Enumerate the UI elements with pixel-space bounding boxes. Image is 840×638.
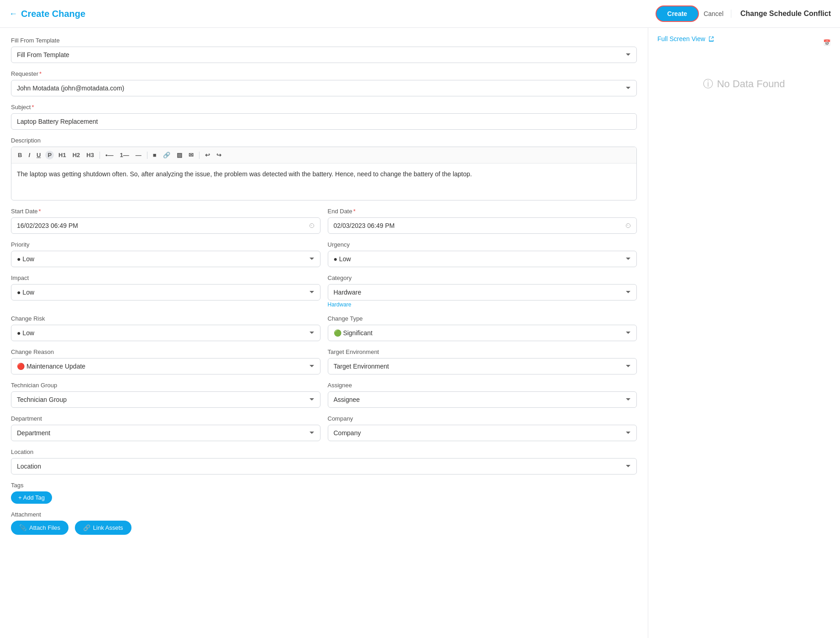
h1-button[interactable]: H1 (57, 151, 68, 159)
header-actions: Create Cancel (656, 5, 724, 22)
requester-select[interactable]: John Motadata (john@motadata.com) (11, 80, 637, 96)
link-icon: 🔗 (83, 524, 90, 531)
subject-input[interactable] (11, 113, 637, 130)
tags-section: Tags + Add Tag (11, 482, 637, 504)
description-content[interactable]: The laptop was getting shutdown often. S… (11, 163, 636, 200)
ordered-list-button[interactable]: 1— (118, 151, 131, 159)
subject-group: Subject* (11, 104, 637, 130)
priority-urgency-row: Priority ● Low Urgency ● Low (11, 241, 637, 274)
video-button[interactable]: ✉ (187, 151, 195, 159)
end-date-label: End Date* (328, 208, 637, 215)
page-wrapper: ← Create Change Create Cancel Change Sch… (0, 0, 840, 638)
redo-button[interactable]: ↪ (215, 151, 223, 159)
subject-label: Subject* (11, 104, 637, 111)
attach-files-button[interactable]: 📎 Attach Files (11, 521, 68, 535)
add-tag-button[interactable]: + Add Tag (11, 491, 52, 504)
bullet-list-button[interactable]: •— (104, 151, 116, 159)
no-data-area: ⓘ No Data Found (657, 50, 831, 118)
category-group: Category Hardware Hardware (328, 274, 637, 308)
change-reason-select[interactable]: 🔴 Maintenance Update (11, 358, 320, 374)
editor-toolbar: B I U P H1 H2 H3 •— 1— — ■ 🔗 (11, 147, 636, 163)
urgency-select[interactable]: ● Low (328, 251, 637, 267)
change-risk-group: Change Risk ● Low (11, 315, 320, 341)
external-link-icon (708, 36, 714, 42)
end-date-clock-icon: ⏲ (625, 222, 631, 229)
start-date-clock-icon: ⏲ (309, 222, 315, 229)
urgency-group: Urgency ● Low (328, 241, 637, 267)
change-reason-label: Change Reason (11, 348, 320, 355)
category-label: Category (328, 274, 637, 281)
link-button[interactable]: 🔗 (161, 151, 172, 159)
department-select[interactable]: Department (11, 425, 320, 441)
image-button[interactable]: ▨ (175, 151, 184, 159)
assignee-group: Assignee Assignee (328, 382, 637, 408)
back-arrow[interactable]: ← (9, 9, 17, 19)
main-content: Fill From Template Fill From Template Re… (0, 28, 840, 638)
attachment-label: Attachment (11, 511, 637, 518)
attachment-buttons: 📎 Attach Files 🔗 Link Assets (11, 521, 637, 538)
priority-label: Priority (11, 241, 320, 248)
risk-type-row: Change Risk ● Low Change Type 🟢 Signific… (11, 315, 637, 348)
calendar-icon-button[interactable]: 📅 (823, 39, 831, 46)
start-date-wrapper: ⏲ (11, 217, 320, 234)
end-date-input[interactable] (328, 217, 637, 234)
right-panel: Full Screen View 📅 ⓘ No Data Found (648, 28, 840, 638)
assignee-select[interactable]: Assignee (328, 391, 637, 408)
page-title: Create Change (21, 9, 85, 19)
attachment-section: Attachment 📎 Attach Files 🔗 Link Assets (11, 511, 637, 538)
end-date-wrapper: ⏲ (328, 217, 637, 234)
start-date-input[interactable] (11, 217, 320, 234)
conflict-title: Change Schedule Conflict (731, 10, 831, 18)
priority-select[interactable]: ● Low (11, 251, 320, 267)
reason-env-row: Change Reason 🔴 Maintenance Update Targe… (11, 348, 637, 382)
header: ← Create Change Create Cancel Change Sch… (0, 0, 840, 28)
cancel-button[interactable]: Cancel (704, 10, 724, 17)
tech-assignee-row: Technician Group Technician Group Assign… (11, 382, 637, 415)
change-risk-select[interactable]: ● Low (11, 325, 320, 341)
date-row: Start Date* ⏲ End Date* ⏲ (11, 208, 637, 241)
target-env-group: Target Environment Target Environment (328, 348, 637, 374)
h2-button[interactable]: H2 (71, 151, 82, 159)
category-hint: Hardware (328, 301, 637, 308)
target-env-label: Target Environment (328, 348, 637, 355)
tech-group-select[interactable]: Technician Group (11, 391, 320, 408)
fill-template-label: Fill From Template (11, 37, 637, 44)
info-icon: ⓘ (703, 77, 713, 91)
category-select[interactable]: Hardware (328, 284, 637, 301)
change-type-select[interactable]: 🟢 Significant (328, 325, 637, 341)
italic-button[interactable]: I (26, 151, 32, 159)
tech-group-label: Technician Group (11, 382, 320, 389)
location-select[interactable]: Location (11, 458, 637, 475)
end-date-group: End Date* ⏲ (328, 208, 637, 234)
description-label: Description (11, 137, 637, 144)
start-date-group: Start Date* ⏲ (11, 208, 320, 234)
tags-label: Tags (11, 482, 637, 489)
impact-group: Impact ● Low (11, 274, 320, 308)
paragraph-button[interactable]: P (45, 151, 54, 159)
no-data-text: ⓘ No Data Found (703, 77, 785, 91)
fill-from-template-group: Fill From Template Fill From Template (11, 37, 637, 63)
toolbar-divider-1 (100, 152, 100, 159)
undo-button[interactable]: ↩ (203, 151, 212, 159)
fill-template-select[interactable]: Fill From Template (11, 47, 637, 63)
link-assets-button[interactable]: 🔗 Link Assets (75, 521, 131, 535)
requester-group: Requester* John Motadata (john@motadata.… (11, 70, 637, 96)
toolbar-divider-3 (199, 152, 200, 159)
target-env-select[interactable]: Target Environment (328, 358, 637, 374)
bold-button[interactable]: B (16, 151, 24, 159)
impact-select[interactable]: ● Low (11, 284, 320, 301)
table-button[interactable]: ■ (151, 151, 158, 159)
impact-category-row: Impact ● Low Category Hardware Hardware (11, 274, 637, 315)
h3-button[interactable]: H3 (84, 151, 96, 159)
create-button[interactable]: Create (656, 5, 699, 22)
header-left: ← Create Change (9, 9, 648, 19)
hr-button[interactable]: — (134, 151, 143, 159)
tech-group-group: Technician Group Technician Group (11, 382, 320, 408)
start-date-label: Start Date* (11, 208, 320, 215)
change-risk-label: Change Risk (11, 315, 320, 322)
location-label: Location (11, 448, 637, 455)
company-select[interactable]: Company (328, 425, 637, 441)
underline-button[interactable]: U (35, 151, 42, 159)
description-group: Description B I U P H1 H2 H3 •— 1— — (11, 137, 637, 200)
full-screen-link[interactable]: Full Screen View (657, 35, 714, 42)
